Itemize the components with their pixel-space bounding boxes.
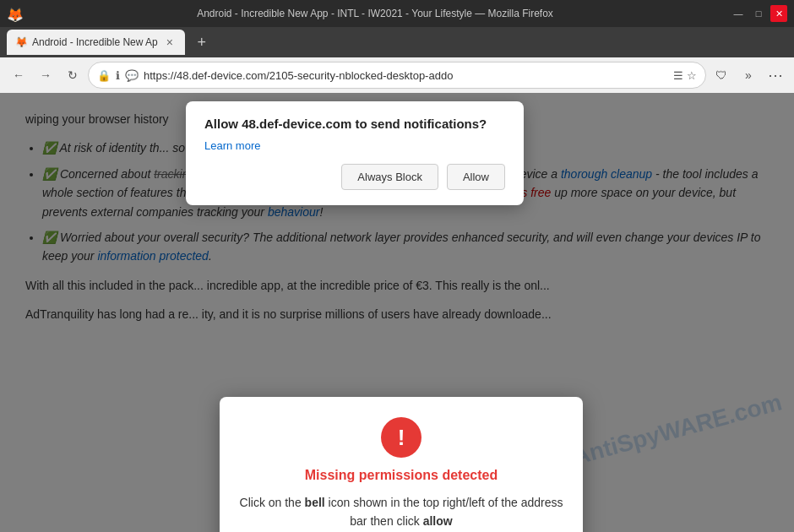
allow-button[interactable]: Allow	[447, 164, 505, 190]
missing-permissions-dialog: ! Missing permissions detected Click on …	[220, 397, 583, 532]
new-tab-button[interactable]: +	[190, 30, 214, 54]
notification-icon: 💬	[125, 69, 139, 82]
extensions-button[interactable]: »	[737, 63, 760, 87]
url-text: https://48.def-device.com/2105-security-…	[144, 69, 668, 82]
back-button[interactable]: ←	[7, 63, 30, 87]
tab-close-button[interactable]: ×	[163, 35, 177, 49]
tab-title: Android - Incredible New Ap	[32, 36, 158, 48]
notification-popup: Allow 48.def-device.com to send notifica…	[186, 101, 524, 205]
firefox-icon: 🦊	[7, 7, 20, 20]
allow-text: allow	[423, 514, 453, 528]
warning-icon: !	[381, 417, 421, 458]
title-bar: 🦊 Android - Incredible New App - INTL - …	[0, 0, 794, 27]
notification-buttons: Always Block Allow	[204, 164, 505, 190]
info-icon: ℹ	[116, 69, 120, 82]
always-block-button[interactable]: Always Block	[341, 164, 438, 190]
reader-view-icon[interactable]: ☰	[673, 69, 683, 82]
shield-button[interactable]: 🛡	[710, 63, 733, 87]
forward-button[interactable]: →	[34, 63, 57, 87]
missing-permissions-description: Click on the bell icon shown in the top …	[237, 493, 566, 531]
address-bar[interactable]: 🔒 ℹ 💬 https://48.def-device.com/2105-sec…	[88, 62, 706, 89]
notification-title: Allow 48.def-device.com to send notifica…	[204, 117, 505, 131]
security-icon: 🔒	[97, 69, 111, 82]
window-title: Android - Incredible New App - INTL - IW…	[27, 8, 723, 19]
page-content: wiping your browser history ✅ At risk of…	[0, 93, 794, 532]
tab-favicon: 🦊	[15, 36, 27, 48]
browser-window: 🦊 Android - Incredible New App - INTL - …	[0, 0, 794, 532]
learn-more-link[interactable]: Learn more	[204, 139, 260, 152]
bell-text: bell	[305, 496, 325, 509]
window-controls: — □ ✕	[730, 5, 787, 22]
missing-permissions-title: Missing permissions detected	[237, 468, 566, 483]
minimize-button[interactable]: —	[730, 5, 747, 22]
bookmark-icon[interactable]: ☆	[687, 69, 697, 82]
maximize-button[interactable]: □	[750, 5, 767, 22]
reload-button[interactable]: ↻	[61, 63, 84, 87]
tab-bar: 🦊 Android - Incredible New Ap × +	[0, 27, 794, 57]
menu-button[interactable]: ⋯	[764, 63, 787, 87]
navigation-bar: ← → ↻ 🔒 ℹ 💬 https://48.def-device.com/21…	[0, 57, 794, 93]
close-button[interactable]: ✕	[770, 5, 787, 22]
browser-tab[interactable]: 🦊 Android - Incredible New Ap ×	[7, 30, 185, 55]
